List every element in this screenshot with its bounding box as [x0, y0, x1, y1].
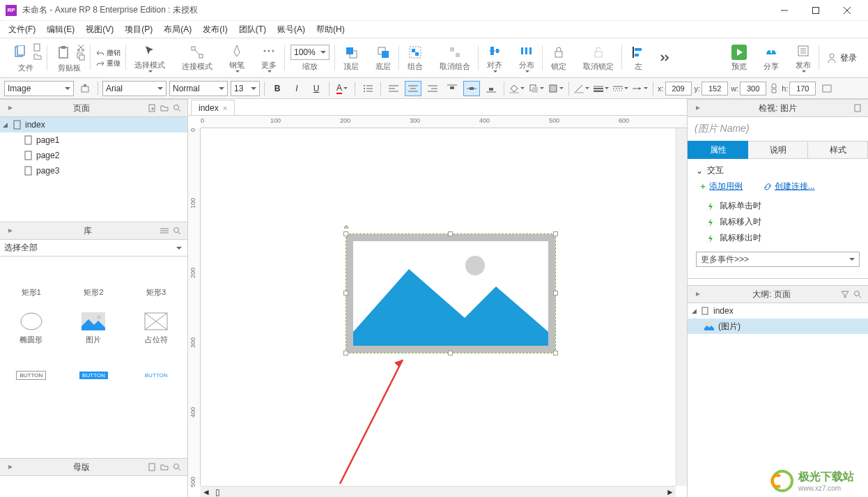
- more-button[interactable]: 更多: [258, 42, 279, 74]
- lock-aspect-button[interactable]: [769, 83, 779, 94]
- valign-bottom-button[interactable]: [483, 81, 499, 96]
- lib-button2[interactable]: BUTTON: [63, 351, 125, 399]
- lib-ellipse[interactable]: 椭圆形: [0, 304, 63, 351]
- underline-button[interactable]: U: [308, 81, 325, 96]
- minimize-button[interactable]: [768, 1, 800, 20]
- add-folder-button[interactable]: [158, 102, 171, 114]
- search-pages-button[interactable]: [171, 102, 183, 114]
- cut-button[interactable]: [77, 43, 85, 52]
- lib-button3[interactable]: BUTTON: [125, 351, 187, 399]
- resize-handle[interactable]: [553, 231, 558, 236]
- hidden-toggle-button[interactable]: [819, 81, 835, 96]
- redo-button[interactable]: 重做: [96, 59, 121, 68]
- event-mouseleave[interactable]: 鼠标移出时: [696, 230, 860, 246]
- inspector-more-button[interactable]: [851, 102, 864, 114]
- lib-placeholder[interactable]: 占位符: [125, 304, 187, 351]
- chevron-down-icon[interactable]: ⌄: [696, 166, 703, 176]
- login-button[interactable]: 登录: [821, 49, 862, 67]
- outline-filter-button[interactable]: [839, 288, 851, 300]
- event-click[interactable]: 鼠标单击时: [696, 198, 860, 214]
- event-mouseenter[interactable]: 鼠标移入时: [696, 214, 860, 230]
- fill-color-button[interactable]: [509, 81, 525, 96]
- align-right-text-button[interactable]: [424, 81, 441, 96]
- lib-button1[interactable]: BUTTON: [0, 351, 63, 399]
- valign-middle-button[interactable]: [463, 81, 480, 96]
- inspector-collapse-button[interactable]: [692, 102, 704, 114]
- align-button[interactable]: 对齐: [484, 42, 505, 74]
- font-size-combo[interactable]: 13: [231, 81, 260, 96]
- arrow-style-button[interactable]: [632, 81, 649, 96]
- scrollbar-vertical[interactable]: [676, 128, 687, 486]
- unlock-button[interactable]: 取消锁定: [580, 43, 617, 73]
- send-back-button[interactable]: 底层: [373, 43, 394, 73]
- preview-button[interactable]: 预览: [729, 43, 750, 73]
- scrollbar-horizontal[interactable]: ◄ ▯ ►: [201, 486, 676, 497]
- lib-image[interactable]: 图片: [63, 304, 125, 351]
- w-input[interactable]: 300: [740, 82, 766, 95]
- add-master-folder-button[interactable]: [158, 461, 171, 473]
- add-page-button[interactable]: [146, 102, 158, 114]
- image-widget[interactable]: [346, 234, 555, 353]
- paste-button[interactable]: [53, 43, 74, 61]
- share-button[interactable]: 分享: [761, 43, 782, 73]
- font-combo[interactable]: Arial: [102, 81, 166, 96]
- scroll-left-button[interactable]: ◄: [201, 487, 212, 497]
- library-collapse-button[interactable]: [4, 224, 17, 237]
- bring-front-button[interactable]: 顶层: [341, 43, 362, 73]
- widget-type-combo[interactable]: Image: [4, 81, 74, 96]
- create-link-link[interactable]: 创建连接...: [764, 181, 814, 192]
- align-left-button[interactable]: 左: [628, 43, 649, 73]
- library-search-button[interactable]: [171, 224, 183, 237]
- italic-button[interactable]: I: [288, 81, 305, 96]
- publish-button[interactable]: 发布: [793, 42, 814, 74]
- tab-properties[interactable]: 属性: [688, 141, 748, 159]
- resize-handle[interactable]: [343, 231, 348, 236]
- menu-account[interactable]: 账号(A): [273, 22, 309, 37]
- tab-notes[interactable]: 说明: [748, 141, 808, 159]
- tree-item-index[interactable]: ◢index: [0, 117, 187, 132]
- align-center-text-button[interactable]: [405, 81, 421, 96]
- scroll-split-button[interactable]: ▯: [212, 487, 223, 497]
- new-button[interactable]: [33, 43, 42, 52]
- menu-publish[interactable]: 发布(I): [199, 22, 231, 37]
- outer-shadow-button[interactable]: [528, 81, 545, 96]
- ruler-vertical[interactable]: 0 100 200 300 400 500: [188, 128, 201, 486]
- h-input[interactable]: 170: [789, 82, 816, 95]
- select-mode-button[interactable]: 选择模式: [132, 42, 168, 74]
- menu-edit[interactable]: 编辑(E): [42, 22, 79, 37]
- line-style-button[interactable]: [612, 81, 629, 96]
- copy-style-button[interactable]: [77, 81, 93, 96]
- font-color-button[interactable]: A: [334, 81, 350, 96]
- resize-handle[interactable]: [553, 351, 558, 355]
- align-left-text-button[interactable]: [385, 81, 402, 96]
- canvas[interactable]: [201, 128, 676, 486]
- open-button[interactable]: [33, 52, 42, 61]
- scroll-right-button[interactable]: ►: [665, 487, 676, 497]
- lib-rect2[interactable]: 矩形2: [63, 257, 125, 304]
- widget-name-input[interactable]: (图片 Name): [688, 117, 868, 141]
- font-weight-combo[interactable]: Normal: [169, 81, 228, 96]
- bullets-button[interactable]: [359, 81, 376, 96]
- menu-project[interactable]: 项目(P): [121, 22, 157, 37]
- add-case-link[interactable]: ＋ 添加用例: [699, 181, 743, 192]
- y-input[interactable]: 152: [702, 82, 728, 95]
- close-tab-button[interactable]: ×: [223, 104, 227, 112]
- distribute-button[interactable]: 分布: [516, 42, 537, 74]
- group-button[interactable]: 组合: [405, 43, 426, 73]
- connect-mode-button[interactable]: 连接模式: [179, 43, 215, 73]
- x-input[interactable]: 209: [665, 82, 692, 95]
- outline-search-button[interactable]: [851, 288, 864, 300]
- zoom-combo[interactable]: 100%: [290, 45, 330, 60]
- more-events-combo[interactable]: 更多事件>>>: [696, 252, 860, 267]
- resize-handle[interactable]: [343, 291, 348, 296]
- inner-shadow-button[interactable]: [548, 81, 564, 96]
- masters-collapse-button[interactable]: [4, 461, 17, 473]
- toolbar-overflow-button[interactable]: [656, 49, 675, 66]
- pen-button[interactable]: 钢笔: [226, 42, 247, 74]
- lock-button[interactable]: 锁定: [548, 43, 569, 73]
- menu-view[interactable]: 视图(V): [82, 22, 118, 37]
- outline-image-item[interactable]: (图片): [688, 319, 868, 334]
- resize-handle[interactable]: [448, 231, 453, 236]
- menu-team[interactable]: 团队(T): [235, 22, 270, 37]
- menu-file[interactable]: 文件(F): [4, 22, 40, 37]
